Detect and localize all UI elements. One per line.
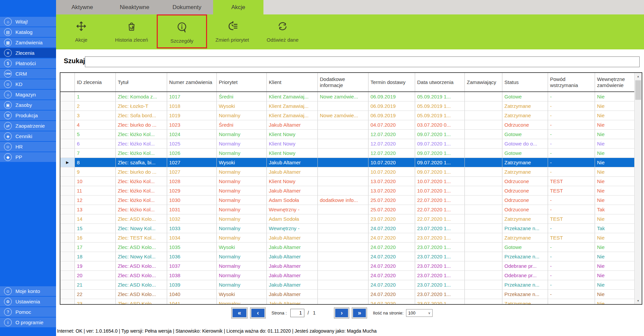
cell-hold_reason[interactable]: - xyxy=(548,167,595,176)
cell-internal[interactable]: Nie xyxy=(595,271,635,280)
cell-hold_reason[interactable]: - xyxy=(548,111,595,120)
tab-aktywne[interactable]: Aktywne xyxy=(56,0,108,14)
cell-order_no[interactable]: 1028 xyxy=(167,177,217,186)
cell-order_no[interactable]: 1036 xyxy=(167,252,217,261)
cell-hold_reason[interactable]: TEST xyxy=(548,177,595,186)
cell-hold_reason[interactable]: - xyxy=(548,252,595,261)
cell-created_date[interactable]: 10.07.2020 1... xyxy=(415,177,465,186)
column-header[interactable]: Status xyxy=(502,73,548,91)
cell-orderer[interactable] xyxy=(465,290,502,299)
cell-client[interactable]: Jakub Altamer xyxy=(267,167,318,176)
szczegoly-button[interactable]: Szczegóły xyxy=(157,14,207,48)
cell-delivery_date[interactable]: 12.07.2020 xyxy=(368,139,415,148)
table-row[interactable]: 13Zlec: łóżko Kol...1031NormalnyWewnętrz… xyxy=(60,205,635,214)
cell-orderer[interactable] xyxy=(465,149,502,158)
cell-hold_reason[interactable]: - xyxy=(548,280,595,289)
table-row[interactable]: 14Zlec: ASD Kolo...1032NormalnyAdam Sodo… xyxy=(60,214,635,224)
cell-delivery_date[interactable]: 24.07.2020 xyxy=(368,243,415,252)
cell-id[interactable]: 12 xyxy=(75,196,116,205)
cell-title[interactable]: Zlec: łóżko Kol... xyxy=(116,149,167,158)
cell-created_date[interactable]: 23.07.2020 1... xyxy=(415,224,465,233)
cell-id[interactable]: 20 xyxy=(75,271,116,280)
cell-internal[interactable]: Nie xyxy=(595,243,635,252)
cell-delivery_date[interactable]: 24.07.2020 xyxy=(368,224,415,233)
cell-delivery_date[interactable]: 06.09.2019 xyxy=(368,92,415,101)
cell-orderer[interactable] xyxy=(465,158,502,167)
cell-extra_info[interactable] xyxy=(318,299,368,304)
cell-order_no[interactable]: 1018 xyxy=(167,101,217,111)
cell-status[interactable]: Zatrzymane xyxy=(502,299,548,304)
table-row[interactable]: 4Zlec: biurko do ...1023ŚredniJakub Alta… xyxy=(60,120,635,130)
cell-client[interactable]: Klient Zamawiaj... xyxy=(267,111,318,120)
cell-priority[interactable]: Normalny xyxy=(217,139,267,148)
cell-internal[interactable]: Nie xyxy=(595,196,635,205)
sidebar-item-zasoby[interactable]: ▣Zasoby xyxy=(0,100,56,110)
cell-title[interactable]: Zlec: ASD Kolo... xyxy=(116,290,167,299)
sidebar-item-zamówienia[interactable]: ▦Zamówienia xyxy=(0,38,56,47)
cell-id[interactable]: 9 xyxy=(75,167,116,176)
cell-extra_info[interactable] xyxy=(318,177,368,186)
table-row[interactable]: 17Zlec: ASD Kolo...1035WysokiJakub Altam… xyxy=(60,243,635,252)
sidebar-item-crm[interactable]: CRMCRM xyxy=(0,69,56,79)
cell-title[interactable]: Zlec: szafka, bi... xyxy=(116,158,167,167)
table-row[interactable]: 9Zlec: biurko do ...1027NormalnyJakub Al… xyxy=(60,167,635,177)
cell-id[interactable]: 5 xyxy=(75,130,116,139)
cell-internal[interactable]: Nie xyxy=(595,158,635,167)
cell-id[interactable]: 14 xyxy=(75,214,116,223)
cell-order_no[interactable]: 1031 xyxy=(167,205,217,214)
cell-id[interactable]: 10 xyxy=(75,177,116,186)
cell-internal[interactable]: Nie xyxy=(595,214,635,223)
cell-status[interactable]: Gotowe xyxy=(502,130,548,139)
cell-status[interactable]: Zatrzymane xyxy=(502,167,548,176)
cell-id[interactable]: 18 xyxy=(75,252,116,261)
cell-status[interactable]: Odrzucone xyxy=(502,177,548,186)
cell-delivery_date[interactable]: 24.07.2020 xyxy=(368,299,415,304)
cell-delivery_date[interactable]: 24.07.2020 xyxy=(368,261,415,270)
cell-priority[interactable]: Normalny xyxy=(217,271,267,280)
cell-created_date[interactable]: 03.07.2020 0... xyxy=(415,120,465,129)
cell-hold_reason[interactable]: - xyxy=(548,158,595,167)
cell-extra_info[interactable] xyxy=(318,158,368,167)
odswiez-dane-button[interactable]: Odśwież dane xyxy=(257,14,308,49)
page-number-input[interactable] xyxy=(290,309,304,317)
cell-client[interactable]: Jakub Altamer xyxy=(267,261,318,270)
cell-client[interactable]: Jakub Altamer xyxy=(267,271,318,280)
cell-orderer[interactable] xyxy=(465,214,502,223)
table-row[interactable]: 18Zlec: Nowy Kol...1036NormalnyJakub Alt… xyxy=(60,252,635,261)
cell-internal[interactable]: Nie xyxy=(595,130,635,139)
cell-orderer[interactable] xyxy=(465,252,502,261)
sidebar-item-produkcja[interactable]: ⚒Produkcja xyxy=(0,111,56,120)
cell-order_no[interactable]: 1017 xyxy=(167,92,217,101)
cell-hold_reason[interactable]: - xyxy=(548,139,595,148)
cell-status[interactable]: Odebrane pr... xyxy=(502,261,548,270)
cell-order_no[interactable]: 1030 xyxy=(167,196,217,205)
cell-orderer[interactable] xyxy=(465,261,502,270)
cell-client[interactable]: Jakub Altamer xyxy=(267,280,318,289)
cell-title[interactable]: Zlec: biurko do ... xyxy=(116,120,167,129)
cell-created_date[interactable]: 09.07.2020 1... xyxy=(415,149,465,158)
cell-orderer[interactable] xyxy=(465,120,502,129)
cell-orderer[interactable] xyxy=(465,243,502,252)
cell-priority[interactable]: Normalny xyxy=(217,177,267,186)
cell-delivery_date[interactable]: 10.07.2020 xyxy=(368,158,415,167)
column-header[interactable]: Data utworzenia xyxy=(415,73,465,91)
cell-hold_reason[interactable]: TEST xyxy=(548,214,595,223)
sidebar-item-magazyn[interactable]: ⌂Magazyn xyxy=(0,90,56,99)
cell-orderer[interactable] xyxy=(465,271,502,280)
cell-delivery_date[interactable]: 12.07.2020 xyxy=(368,149,415,158)
cell-extra_info[interactable] xyxy=(318,205,368,214)
cell-title[interactable]: Zlec: TEST Kol... xyxy=(116,233,167,242)
cell-created_date[interactable]: 09.07.2020 1... xyxy=(415,167,465,176)
table-row[interactable]: 15Zlec: Nowy Kol...1033NormalnyWewnętrzn… xyxy=(60,224,635,233)
cell-status[interactable]: Odrzucone xyxy=(502,186,548,195)
cell-status[interactable]: Gotowe xyxy=(502,92,548,101)
cell-client[interactable]: Jakub Altamer xyxy=(267,290,318,299)
cell-orderer[interactable] xyxy=(465,177,502,186)
cell-extra_info[interactable] xyxy=(318,252,368,261)
table-row[interactable]: 11Zlec: łóżko Kol...1029NormalnyJakub Al… xyxy=(60,186,635,196)
column-header[interactable]: Powód wstrzymania xyxy=(548,73,595,91)
sidebar-item-o-programie[interactable]: iO programie xyxy=(0,318,56,327)
tab-nieaktywne[interactable]: Nieaktywne xyxy=(108,0,161,14)
cell-status[interactable]: Przekazane n... xyxy=(502,252,548,261)
cell-hold_reason[interactable] xyxy=(548,299,595,304)
